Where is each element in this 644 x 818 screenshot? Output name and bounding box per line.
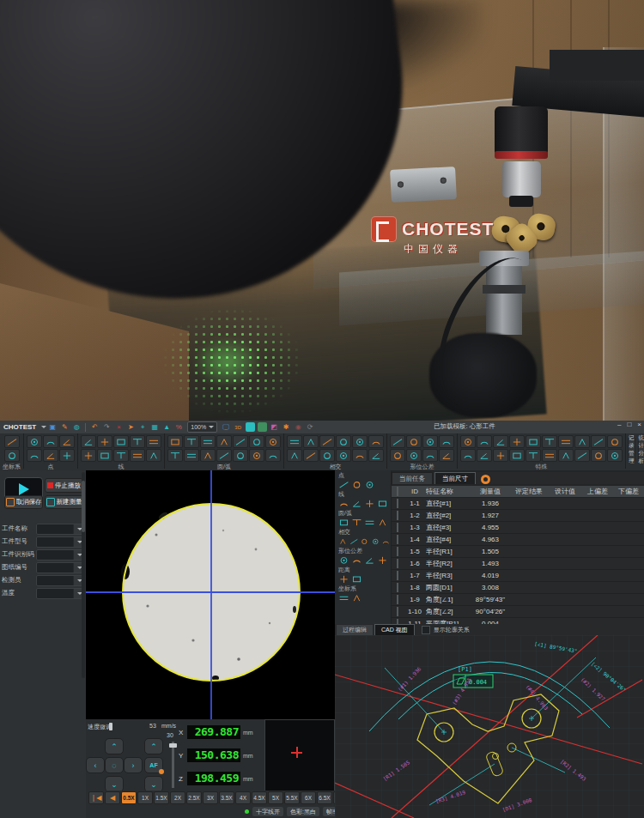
palette-tool-icon[interactable] [377,518,388,527]
stage-position-map[interactable] [264,719,335,791]
cad-view[interactable]: [P1]0.004(#3) 4.955(#4) 4.963(#1) 1.936(… [335,635,644,818]
magnification-6.5x[interactable]: 6.5X [317,791,332,804]
tool-icon[interactable] [4,449,20,462]
palette-tool-icon[interactable] [338,499,349,508]
jog-home-button[interactable]: ◌ [105,757,124,773]
magnification-1x[interactable]: 1X [137,791,153,804]
field-select[interactable] [36,524,84,535]
palette-tool-icon[interactable] [364,499,375,508]
new-measure-button[interactable]: 新建测量 [45,495,83,509]
palette-tool-icon[interactable] [351,593,362,603]
tool-icon[interactable] [4,435,20,448]
palette-icon[interactable]: ◩ [270,422,279,432]
magnification-4x[interactable]: 4X [235,791,251,804]
row-checkbox[interactable] [397,523,398,532]
tool-icon[interactable] [167,435,183,448]
palette-tool-icon[interactable] [364,555,375,565]
palette-tool-icon[interactable] [338,574,349,584]
tool-icon[interactable] [27,435,42,448]
row-checkbox[interactable] [397,607,398,616]
tool-icon[interactable] [216,449,232,462]
tool-icon[interactable] [249,449,264,462]
magnification-2x[interactable]: 2X [170,791,185,804]
palette-tool-icon[interactable] [351,499,362,508]
record-manager-button[interactable]: 记录管理 [628,437,635,462]
tool-icon[interactable] [27,449,42,462]
palette-tool-icon[interactable] [377,555,388,565]
palette-tool-icon[interactable] [381,536,391,546]
save-icon[interactable]: ▣ [48,422,58,432]
tool-icon[interactable] [97,449,112,462]
edit-icon[interactable]: ✎ [60,422,70,432]
tool-icon[interactable] [130,449,145,462]
table-row[interactable]: 1-7 半径[R3] 4.019 [392,570,644,582]
field-select[interactable] [36,562,84,573]
table-row[interactable]: 1-5 半径[R1] 1.505 [392,546,644,558]
tool-icon[interactable] [81,449,96,462]
magnification-0.5x[interactable]: 0.5X [121,791,137,804]
palette-tool-icon[interactable] [360,536,369,546]
tool-icon[interactable] [233,435,248,448]
table-row[interactable]: 1-1 直径[#1] 1.936 [392,498,644,510]
maximize-button[interactable]: □ [627,421,631,428]
monitor-icon[interactable]: 🖵 [222,422,231,432]
tool-icon[interactable] [319,435,335,448]
tool-icon[interactable] [216,435,232,448]
tool-icon[interactable] [460,435,476,448]
tool-icon[interactable] [352,435,368,448]
tool-icon[interactable] [336,435,351,448]
tool-icon[interactable] [319,449,335,462]
app-menu[interactable]: CHOTEST [3,423,36,431]
tab-当前任务[interactable]: 当前任务 [392,472,433,484]
table-row[interactable]: 1-8 两圆[D1] 3.008 [392,582,644,594]
magnification-2.5x[interactable]: 2.5X [186,791,202,804]
palette-tool-icon[interactable] [338,593,349,603]
table-row[interactable]: 1-6 半径[R2] 1.493 [392,558,644,570]
row-checkbox[interactable] [397,595,398,604]
redo-icon[interactable]: ↷ [102,422,112,432]
tab-当前尺寸[interactable]: 当前尺寸 [434,472,476,484]
palette-tool-icon[interactable] [364,480,375,489]
gear-icon[interactable]: ✱ [282,422,291,432]
left-scrollbar-thumb[interactable] [82,481,85,532]
tool-icon[interactable] [233,449,248,462]
tool-icon[interactable] [43,449,58,462]
magnification-3x[interactable]: 3X [203,791,218,804]
screen1-icon[interactable] [246,422,255,432]
percent-icon[interactable]: % [174,422,184,432]
tool-icon[interactable] [184,435,199,448]
aperture-icon[interactable]: ◍ [72,422,82,432]
field-select[interactable] [36,575,84,586]
tool-icon[interactable] [460,449,476,462]
tool-icon[interactable] [439,449,454,462]
palette-tool-icon[interactable] [351,518,362,527]
magnification-5x[interactable]: 5X [268,791,283,804]
tool-icon[interactable] [526,435,541,448]
chart-icon[interactable]: ▲ [162,422,172,432]
palette-tool-icon[interactable] [338,555,349,565]
table-row[interactable]: 1-10 角度[∠2] 90°04'26" [392,606,644,618]
tool-icon[interactable] [59,435,75,448]
tool-icon[interactable] [574,435,590,448]
row-checkbox[interactable] [397,559,398,568]
stop-playback-button[interactable]: 停止播放 [45,478,83,493]
tool-icon[interactable] [509,435,525,448]
tool-icon[interactable] [265,435,281,448]
tab-过程编辑[interactable]: 过程编辑 [337,625,373,635]
tool-icon[interactable] [167,449,183,462]
tool-icon[interactable] [591,449,606,462]
palette-tool-icon[interactable] [351,574,362,584]
grid-icon[interactable]: ▦ [150,422,160,432]
tool-icon[interactable] [113,435,129,448]
probe-icon[interactable]: ⌖ [138,422,148,432]
z-speed-slider[interactable] [172,742,174,788]
field-select[interactable] [36,536,84,548]
tool-icon[interactable] [477,449,492,462]
magnification-3.5x[interactable]: 3.5X [219,791,234,804]
tool-icon[interactable] [352,449,368,462]
palette-tool-icon[interactable] [351,555,362,565]
tool-icon[interactable] [509,449,525,462]
tool-icon[interactable] [303,449,319,462]
camera-icon[interactable]: ◉ [294,422,303,432]
table-row[interactable]: 1-3 直径[#3] 4.955 [392,522,644,534]
